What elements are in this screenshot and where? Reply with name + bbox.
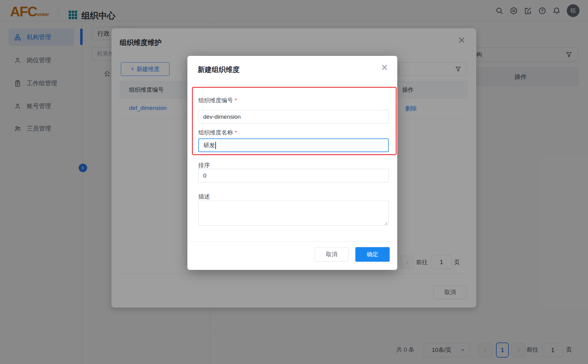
confirm-button[interactable]: 确定	[355, 247, 390, 262]
field-label-text: 组织维度名称	[198, 129, 233, 136]
dimension-code-value: dev-dimension	[203, 114, 241, 120]
dimension-name-label: 组织维度名称*	[198, 129, 237, 137]
new-dimension-modal: 新建组织维度 ✕ 组织维度编号* dev-dimension 组织维度名称* 研…	[187, 56, 397, 270]
close-icon[interactable]: ✕	[380, 63, 389, 72]
dimension-name-input[interactable]: 研发	[198, 138, 389, 152]
sort-label: 排序	[198, 162, 210, 169]
modal-footer-divider	[187, 241, 397, 242]
cancel-button[interactable]: 取消	[315, 247, 349, 262]
field-label-text: 排序	[198, 162, 210, 168]
description-label: 描述	[198, 193, 210, 201]
dimension-code-input[interactable]: dev-dimension	[198, 110, 389, 124]
modal-header-divider	[187, 85, 397, 85]
required-asterisk: *	[235, 129, 237, 136]
required-asterisk: *	[235, 97, 237, 104]
text-cursor	[215, 142, 216, 149]
resize-handle-icon[interactable]	[384, 221, 388, 224]
dimension-name-value: 研发	[203, 141, 215, 149]
modal-title: 新建组织维度	[198, 65, 240, 74]
field-label-text: 组织维度编号	[198, 97, 233, 104]
description-textarea[interactable]	[198, 201, 389, 226]
field-label-text: 描述	[198, 193, 210, 200]
dimension-code-label: 组织维度编号*	[198, 97, 237, 104]
sort-input[interactable]: 0	[198, 169, 389, 182]
sort-value: 0	[203, 172, 207, 179]
